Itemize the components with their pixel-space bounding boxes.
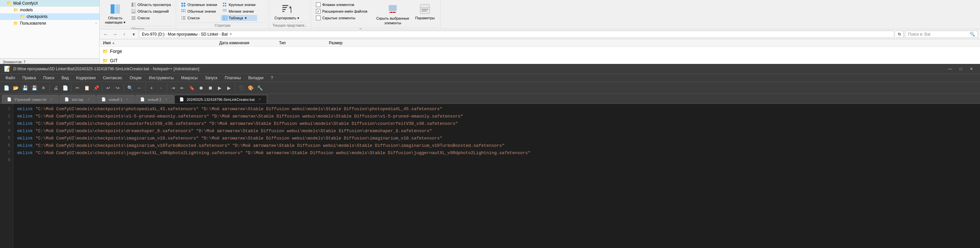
item-flags-check-icon	[316, 2, 321, 7]
menu-options[interactable]: Опции	[126, 75, 145, 81]
list-view-button[interactable]: Список	[130, 15, 173, 21]
params-button[interactable]: Параметры	[413, 2, 437, 21]
menu-file[interactable]: Файл	[2, 75, 19, 81]
params-icon	[419, 3, 431, 15]
save-all-tool-button[interactable]: 💾	[30, 83, 38, 92]
huge-icons-button[interactable]: Огромные значки	[180, 2, 219, 8]
path1-5: "C:\Мой ComfyUI\models\checkpoints\imagi…	[35, 136, 199, 141]
wrench-button[interactable]: 🔧	[256, 83, 264, 92]
line-num-2: 2	[0, 112, 13, 120]
cut-button[interactable]: ✂	[73, 83, 82, 92]
maximize-button[interactable]: □	[956, 65, 966, 72]
forward-button[interactable]: →	[111, 30, 119, 38]
tab-close-stol[interactable]: ×	[86, 97, 91, 102]
tree-item-models[interactable]: 📁 models	[0, 6, 99, 13]
print-tool-button[interactable]: 🖨	[51, 83, 60, 92]
item-flags-checkbox[interactable]: Флажки элементов	[314, 2, 369, 8]
replace-button[interactable]: ↔	[135, 83, 143, 92]
menu-view[interactable]: Вид	[58, 75, 72, 81]
tree-item-checkpoints[interactable]: 📁 checkpoints	[0, 13, 99, 20]
tab-close-new1[interactable]: ×	[125, 97, 130, 102]
hide-selected-button[interactable]: Скрыть выбранныеэлементы	[374, 2, 411, 27]
code-content[interactable]: mklink "C:\Мой ComfyUI\models\checkpoint…	[13, 104, 980, 248]
up-button[interactable]: ↑	[120, 30, 128, 38]
new-tool-button[interactable]: 📄	[2, 83, 11, 92]
preview-pane-button[interactable]: Область просмотра	[130, 2, 173, 8]
recent-locations-button[interactable]: ▾	[130, 30, 138, 38]
menu-search[interactable]: Поиск	[40, 75, 57, 81]
tab-icon: 📄	[7, 97, 12, 102]
macro-stop-button[interactable]: ⏹	[206, 83, 215, 92]
tab-new1[interactable]: 📄 новый 1 ×	[96, 95, 135, 104]
menu-edit[interactable]: Правка	[19, 75, 40, 81]
tree-item-users[interactable]: 📁 Пользователи ›	[0, 20, 99, 27]
zoom-in-button[interactable]: +	[147, 83, 156, 92]
indent-button[interactable]: ⇥	[169, 83, 177, 92]
close-button[interactable]: ✕	[967, 65, 976, 72]
redo-button[interactable]: ↪	[113, 83, 122, 92]
sort-button[interactable]: Сортировать ▾	[272, 2, 301, 22]
small-icons-button[interactable]: Мелкие значки	[221, 8, 258, 14]
menu-tools[interactable]: Инструменты	[145, 75, 177, 81]
macro-record-button[interactable]: ⏺	[197, 83, 205, 92]
hide-selected-icon	[387, 3, 399, 15]
tab-close-bat[interactable]: ×	[258, 97, 262, 102]
tab-new2[interactable]: 📄 новый 2 ×	[135, 95, 173, 104]
color-picker-button[interactable]: 🎨	[246, 83, 255, 92]
tab-stol[interactable]: 📄 stol.tap ×	[59, 95, 95, 104]
folder-icon: 📁	[6, 1, 12, 6]
paste-button[interactable]: 📌	[92, 83, 100, 92]
table-button[interactable]: Таблица ▾	[221, 15, 258, 21]
tab-close-utro[interactable]: ×	[49, 97, 54, 102]
menu-plugins[interactable]: Плагины	[221, 75, 244, 81]
tab-close-new2[interactable]: ×	[164, 97, 169, 102]
menu-encodings[interactable]: Кодировки	[73, 75, 99, 81]
col-type-header[interactable]: Тип	[279, 41, 329, 45]
copy-button[interactable]: 📋	[83, 83, 91, 92]
nav-pane-button[interactable]: Областьнавигации ▾	[103, 2, 127, 26]
settings-button[interactable]: ⚫	[237, 83, 245, 92]
file-extensions-checkbox[interactable]: ✓ Расширения имён файлов	[314, 8, 369, 14]
close-tool-button[interactable]: ✕	[39, 83, 48, 92]
tree-item-comfyui[interactable]: 📁 Мой ComfyUI	[0, 0, 99, 6]
menu-help[interactable]: ?	[267, 75, 277, 81]
cmd-mklink-4: mklink	[17, 128, 33, 133]
unindent-button[interactable]: ⇤	[178, 83, 187, 92]
print-preview-button[interactable]: 📄	[61, 83, 70, 92]
tab-utro[interactable]: 📄 Утренний туман.txt ×	[2, 95, 59, 104]
tree-label: checkpoints	[27, 14, 48, 19]
normal-icons-button[interactable]: Обычные значки	[180, 8, 219, 14]
list-button[interactable]: Список	[180, 15, 219, 21]
cmd-mklink-5: mklink	[17, 136, 33, 141]
macro-play-button[interactable]: ▶	[215, 83, 224, 92]
find-button[interactable]: 🔍	[126, 83, 134, 92]
col-name-header[interactable]: Имя ▲	[103, 41, 219, 45]
zoom-out-button[interactable]: -	[156, 83, 165, 92]
refresh-button[interactable]: ↻	[896, 30, 904, 38]
menu-syntax[interactable]: Синтаксис	[100, 75, 126, 81]
col-size-header[interactable]: Размер	[329, 41, 362, 45]
address-path[interactable]: Evo-970 (D:) › Мои программы › SD Linker…	[139, 30, 894, 38]
list-item[interactable]: 📁 Forge	[100, 46, 980, 56]
back-button[interactable]: ←	[102, 30, 110, 38]
run-button[interactable]: ▶	[224, 83, 233, 92]
save-tool-button[interactable]: 💾	[21, 83, 29, 92]
svg-rect-33	[223, 11, 224, 11]
search-box[interactable]: Поиск в: Bat 🔍	[905, 30, 978, 38]
file-extensions-label: Расширения имён файлов	[322, 9, 368, 13]
tab-icon: 📄	[64, 97, 69, 102]
details-pane-button[interactable]: Область сведений	[130, 8, 173, 14]
col-date-header[interactable]: Дата изменения	[219, 41, 279, 45]
tab-bat[interactable]: 📄 20240325-132418796-SimLinkCreator.bat …	[174, 95, 267, 104]
notepad-editor[interactable]: 1 2 3 4 5 6 7 8 mklink "C:\Мой ComfyUI\m…	[0, 104, 980, 248]
menu-macros[interactable]: Макросы	[178, 75, 201, 81]
svg-rect-27	[223, 5, 224, 6]
hidden-elements-checkbox[interactable]: Скрытые элементы	[314, 15, 369, 21]
bookmark-button[interactable]: 🔖	[187, 83, 196, 92]
open-tool-button[interactable]: 📂	[11, 83, 20, 92]
minimize-button[interactable]: —	[945, 65, 955, 72]
menu-run[interactable]: Запуск	[202, 75, 221, 81]
menu-tabs[interactable]: Вкладки	[245, 75, 267, 81]
undo-button[interactable]: ↩	[104, 83, 113, 92]
large-icons-button[interactable]: Крупные значки	[221, 2, 258, 8]
